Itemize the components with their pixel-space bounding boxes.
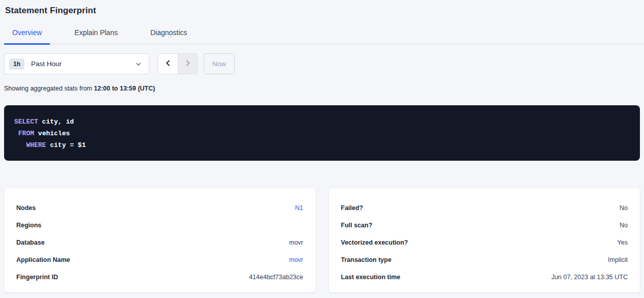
sql-statement-box: SELECT city, id FROM vehicles WHERE city… [4, 105, 640, 161]
sql-text: city = $1 [46, 141, 86, 149]
row-label: Vectorized execution? [341, 239, 408, 246]
table-row: Failed? No [341, 199, 628, 217]
aggregated-stats-range: 12:00 to 13:59 (UTC) [94, 85, 155, 92]
time-range-badge: 1h [9, 58, 24, 70]
row-value: No [620, 222, 628, 229]
aggregated-stats-caption: Showing aggregated stats from 12:00 to 1… [4, 85, 644, 92]
time-range-label: Past Hour [31, 60, 62, 68]
previous-time-range-button[interactable] [158, 54, 178, 74]
table-row: Full scan? No [341, 217, 628, 234]
row-value: Jun 07, 2023 at 13:35 UTC [551, 274, 628, 281]
tab-explain-plans[interactable]: Explain Plans [66, 28, 126, 45]
chevron-left-icon [164, 59, 172, 68]
sql-line: SELECT city, id [14, 116, 630, 128]
row-value: 414e4bcf73ab23ce [249, 274, 303, 281]
sql-keyword: FROM [18, 130, 34, 137]
row-label: Failed? [341, 204, 363, 212]
sql-keyword: WHERE [26, 141, 46, 149]
row-label: Database [16, 239, 45, 246]
row-value: Implicit [608, 256, 628, 263]
sql-text: vehicles [34, 130, 70, 137]
row-value: No [620, 204, 628, 212]
now-button[interactable]: Now [204, 53, 235, 74]
row-label: Fingerprint ID [16, 274, 58, 281]
execution-attributes-card: Failed? No Full scan? No Vectorized exec… [329, 188, 640, 292]
time-step-button-group [158, 53, 198, 74]
next-time-range-button[interactable] [178, 54, 197, 74]
aggregated-stats-prefix: Showing aggregated stats from [4, 85, 94, 92]
table-row: Application Name movr [16, 251, 303, 269]
row-label: Transaction type [341, 256, 391, 263]
row-label: Regions [16, 222, 41, 229]
sql-line: WHERE city = $1 [14, 139, 630, 151]
table-row: Database movr [16, 234, 303, 251]
statement-details-card: Nodes N1 Regions Database movr Applicati… [4, 188, 316, 292]
row-label: Nodes [16, 204, 36, 212]
statement-fingerprint-page: Statement Fingerprint Overview Explain P… [0, 0, 644, 298]
sql-line: FROM vehicles [14, 128, 630, 139]
row-label: Full scan? [341, 222, 373, 229]
tab-bar: Overview Explain Plans Diagnostics [0, 28, 644, 44]
summary-cards-row: Nodes N1 Regions Database movr Applicati… [4, 188, 640, 292]
row-label: Last execution time [341, 274, 401, 281]
table-row: Transaction type Implicit [341, 251, 628, 269]
page-title: Statement Fingerprint [0, 0, 644, 16]
table-row: Last execution time Jun 07, 2023 at 13:3… [341, 269, 628, 286]
tab-overview[interactable]: Overview [4, 28, 50, 45]
sql-keyword: SELECT [14, 118, 38, 126]
nodes-link[interactable]: N1 [295, 204, 303, 212]
application-name-link[interactable]: movr [289, 256, 303, 263]
table-row: Vectorized execution? Yes [341, 234, 628, 251]
tab-diagnostics[interactable]: Diagnostics [142, 28, 195, 45]
sql-text: city, id [38, 118, 74, 126]
row-value: movr [289, 239, 303, 246]
table-row: Nodes N1 [16, 199, 303, 217]
chevron-down-icon [135, 61, 142, 67]
row-label: Application Name [16, 256, 70, 263]
chevron-right-icon [184, 59, 191, 68]
table-row: Fingerprint ID 414e4bcf73ab23ce [16, 269, 303, 286]
row-value: Yes [618, 239, 628, 246]
time-range-dropdown[interactable]: 1h Past Hour [4, 53, 149, 74]
time-picker-row: 1h Past Hour Now [4, 53, 640, 74]
table-row: Regions [16, 217, 303, 234]
